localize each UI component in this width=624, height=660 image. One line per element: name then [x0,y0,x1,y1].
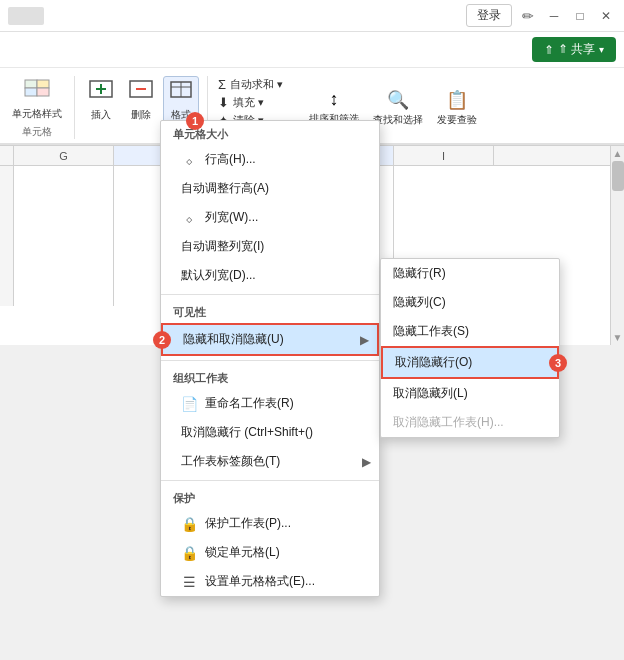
section-visibility: 可见性 [161,299,379,323]
insert-button[interactable]: 插入 [83,77,119,124]
fill-icon: ⬇ [218,95,229,110]
menu-item-lock-cell[interactable]: 🔒 锁定单元格(L) [161,538,379,567]
menu-item-unhide-row-kb[interactable]: 取消隐藏行 (Ctrl+Shift+() [161,418,379,447]
insert-icon [88,79,114,106]
title-bar: 登录 ✏ ─ □ ✕ [0,0,624,32]
format-icon [168,79,194,106]
scroll-thumb[interactable] [612,161,624,191]
protect-sheet-label: 保护工作表(P)... [205,515,291,532]
rename-label: 重命名工作表(R) [205,395,294,412]
row-header-spacer [0,146,14,165]
scroll-down-arrow[interactable]: ▼ [611,332,624,343]
file-icon [8,7,44,25]
section-protect: 保护 [161,485,379,509]
default-width-label: 默认列宽(D)... [181,267,256,284]
lock-cell-label: 锁定单元格(L) [205,544,280,561]
autosum-icon: Σ [218,77,226,92]
submenu: 隐藏行(R) 隐藏列(C) 隐藏工作表(S) 取消隐藏行(O) 3 取消隐藏列(… [380,258,560,438]
row-height-label: 行高(H)... [205,151,256,168]
edit-icon[interactable]: ✏ [522,8,534,24]
tab-color-arrow: ▶ [362,455,371,469]
sort-icon: ↕ [330,89,339,110]
lock-cell-icon: 🔒 [181,545,197,561]
cell-style-button[interactable]: 单元格样式 [8,76,66,123]
submenu-hide-row[interactable]: 隐藏行(R) [381,259,559,288]
share-button[interactable]: ⇑ ⇑ 共享 ▾ [532,37,616,62]
vertical-scrollbar[interactable]: ▲ ▼ [610,146,624,345]
col-width-icon: ⬦ [181,210,197,226]
scroll-up-arrow[interactable]: ▲ [611,148,624,159]
close-button[interactable]: ✕ [596,6,616,26]
login-button[interactable]: 登录 [466,4,512,27]
auto-col-label: 自动调整列宽(I) [181,238,264,255]
submenu-unhide-col[interactable]: 取消隐藏列(L) [381,379,559,408]
submenu-arrow: ▶ [360,333,369,347]
format-cell-icon: ☰ [181,574,197,590]
submenu-hide-col[interactable]: 隐藏列(C) [381,288,559,317]
menu-item-auto-col[interactable]: 自动调整列宽(I) [161,232,379,261]
check-button[interactable]: 📋 发要查验 [433,87,481,129]
row-numbers [0,166,14,306]
svg-rect-3 [37,88,49,96]
row-height-icon: ⬦ [181,152,197,168]
section-cell-size: 单元格大小 [161,121,379,145]
share-label: ⇑ 共享 [558,41,595,58]
menu-item-tab-color[interactable]: 工作表标签颜色(T) ▶ [161,447,379,476]
delete-icon [128,79,154,106]
section-organize: 组织工作表 [161,365,379,389]
col-width-label: 列宽(W)... [205,209,258,226]
maximize-button[interactable]: □ [570,6,590,26]
divider-1 [161,294,379,295]
title-bar-left [8,7,44,25]
check-icon: 📋 [446,89,468,111]
svg-rect-0 [25,80,37,88]
context-menu-overlay: 单元格大小 ⬦ 行高(H)... 自动调整行高(A) ⬦ 列宽(W)... 自动… [160,120,380,597]
menu-item-default-width[interactable]: 默认列宽(D)... [161,261,379,290]
group-label-cell: 单元格 [22,125,52,139]
protect-sheet-icon: 🔒 [181,516,197,532]
submenu-container: 隐藏行(R) 隐藏列(C) 隐藏工作表(S) 取消隐藏行(O) 3 取消隐藏列(… [380,258,560,438]
cell-style-icon [23,78,51,105]
format-cell-label: 设置单元格格式(E)... [205,573,315,590]
svg-rect-1 [37,80,49,88]
delete-label: 删除 [131,108,151,122]
submenu-hide-sheet[interactable]: 隐藏工作表(S) [381,317,559,346]
tab-color-label: 工作表标签颜色(T) [181,453,280,470]
share-icon: ⇑ [544,43,554,57]
menu-item-row-height[interactable]: ⬦ 行高(H)... [161,145,379,174]
col-i-2: I [394,146,494,165]
minimize-button[interactable]: ─ [544,6,564,26]
title-bar-actions: 登录 ✏ ─ □ ✕ [466,4,616,27]
fill-label: 填充 ▾ [233,95,264,110]
menu-item-col-width[interactable]: ⬦ 列宽(W)... [161,203,379,232]
menu-item-rename[interactable]: 📄 重命名工作表(R) [161,389,379,418]
cell-style-label: 单元格样式 [12,107,62,121]
autosum-button[interactable]: Σ 自动求和 ▾ [216,76,285,93]
check-label: 发要查验 [437,113,477,127]
fill-button[interactable]: ⬇ 填充 ▾ [216,94,285,111]
rename-icon: 📄 [181,396,197,412]
share-dropdown-icon: ▾ [599,44,604,55]
grid-line-1 [113,166,114,306]
svg-rect-2 [25,88,37,96]
menu-item-format-cell[interactable]: ☰ 设置单元格格式(E)... [161,567,379,596]
menu-item-protect-sheet[interactable]: 🔒 保护工作表(P)... [161,509,379,538]
auto-row-label: 自动调整行高(A) [181,180,269,197]
ribbon-group-cell: 单元格样式 单元格 [8,76,75,139]
insert-label: 插入 [91,108,111,122]
col-g: G [14,146,114,165]
divider-2 [161,360,379,361]
menu-item-hide-unhide[interactable]: 隐藏和取消隐藏(U) ▶ 2 [161,323,379,356]
menu-item-auto-row[interactable]: 自动调整行高(A) [161,174,379,203]
delete-button[interactable]: 删除 [123,77,159,124]
autosum-label: 自动求和 ▾ [230,77,283,92]
submenu-unhide-sheet: 取消隐藏工作表(H)... [381,408,559,437]
find-label: 查找和选择 [373,113,423,127]
divider-3 [161,480,379,481]
hide-unhide-label: 隐藏和取消隐藏(U) [183,331,284,348]
find-icon: 🔍 [387,89,409,111]
annotation-3: 3 [549,354,567,372]
submenu-unhide-row[interactable]: 取消隐藏行(O) 3 [381,346,559,379]
unhide-row-kb-label: 取消隐藏行 (Ctrl+Shift+() [181,424,313,441]
format-button[interactable]: 格式 1 [163,76,199,125]
